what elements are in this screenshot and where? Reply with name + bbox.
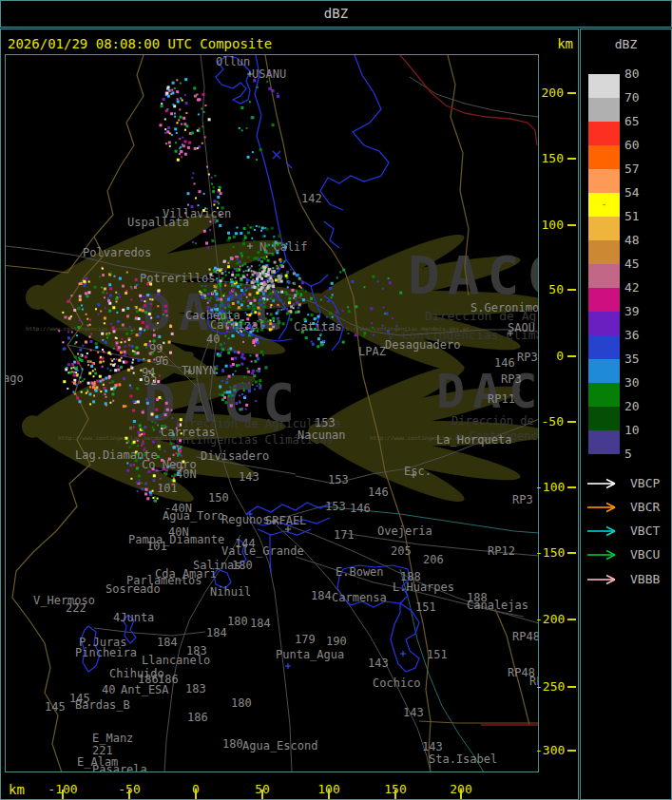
radar-echo [237, 301, 240, 304]
radar-echo [297, 292, 299, 295]
map-place-label: Uspallata [127, 216, 189, 229]
radar-echo [112, 326, 115, 329]
radar-echo [175, 142, 177, 143]
bottom-axis-tick-label: 0 [175, 782, 217, 796]
radar-echo [104, 288, 106, 291]
radar-echo [270, 277, 272, 279]
radar-echo [151, 298, 153, 300]
radar-echo [193, 86, 196, 89]
radar-echo [103, 360, 105, 362]
radar-echo [258, 302, 259, 304]
radar-echo [177, 446, 179, 448]
radar-echo [107, 297, 109, 299]
radar-echo [290, 269, 292, 271]
radar-echo [114, 369, 117, 371]
radar-echo [141, 428, 143, 429]
radar-echo [80, 376, 82, 378]
radar-echo [278, 235, 281, 238]
radar-echo [125, 290, 127, 292]
radar-echo [258, 313, 260, 315]
radar-echo [288, 301, 291, 304]
radar-echo [185, 112, 187, 114]
radar-echo [298, 274, 299, 276]
radar-echo [231, 284, 234, 287]
radar-echo [131, 362, 133, 364]
radar-echo [278, 280, 280, 283]
radar-echo [222, 295, 224, 296]
radar-echo [247, 305, 249, 307]
right-axis-tick [567, 552, 576, 554]
radar-echo [90, 350, 92, 352]
radar-echo [87, 364, 89, 366]
radar-echo [329, 312, 332, 314]
radar-echo [254, 360, 257, 363]
radar-echo [85, 341, 87, 344]
radar-echo [246, 282, 248, 284]
radar-echo [105, 307, 106, 309]
radar-echo [271, 289, 273, 291]
bottom-axis-tick [62, 790, 64, 799]
radar-echo [146, 402, 149, 405]
radar-echo [171, 89, 173, 91]
radar-echo [165, 109, 168, 112]
map-place-label: 40 [102, 683, 115, 696]
radar-echo [245, 409, 247, 410]
radar-echo [259, 148, 262, 151]
radar-echo [203, 193, 205, 195]
radar-echo [91, 382, 94, 385]
radar-echo [182, 100, 183, 102]
radar-echo [261, 286, 263, 288]
map-place-label: 222 [66, 601, 86, 615]
radar-echo [85, 277, 87, 280]
radar-echo [105, 390, 107, 392]
radar-echo [203, 111, 205, 113]
right-axis-tick [567, 619, 576, 620]
radar-echo [240, 277, 241, 279]
legend-scale-label: 39 [624, 305, 662, 318]
radar-echo [228, 395, 230, 397]
radar-echo [86, 392, 87, 394]
radar-echo [157, 425, 159, 427]
map-place-label: Ollun [216, 55, 250, 68]
map-place-label: 145 [45, 700, 66, 714]
radar-echo [224, 285, 226, 287]
right-axis-tick-label: -50 [535, 414, 564, 429]
radar-echo [149, 491, 152, 494]
radar-echo [342, 310, 344, 312]
radar-echo [237, 258, 239, 260]
radar-echo [258, 259, 259, 261]
radar-echo [92, 400, 95, 403]
radar-echo [152, 441, 155, 444]
radar-echo [129, 385, 131, 387]
radar-echo [280, 306, 282, 308]
right-axis-tick-label: -100 [535, 480, 564, 494]
radar-echo [137, 445, 139, 447]
radar-echo [211, 239, 214, 242]
radar-echo [225, 381, 228, 384]
radar-echo [165, 143, 167, 144]
radar-echo [121, 357, 123, 359]
radar-echo [72, 391, 74, 393]
radar-echo [207, 293, 210, 295]
radar-echo [224, 282, 226, 284]
radar-echo [241, 382, 243, 384]
radar-echo [255, 381, 258, 384]
radar-echo [108, 302, 111, 305]
radar-echo [133, 441, 136, 444]
radar-echo [232, 289, 235, 292]
radar-echo [240, 106, 243, 109]
radar-echo [151, 421, 153, 423]
radar-echo [89, 386, 91, 388]
radar-echo [192, 241, 194, 243]
radar-echo [216, 277, 218, 279]
radar-echo [77, 361, 80, 364]
radar-echo [132, 410, 135, 412]
radar-echo [262, 306, 264, 308]
radar-echo [269, 328, 272, 331]
map-place-label: TUNYN [182, 364, 216, 377]
radar-echo [109, 287, 112, 290]
bottom-axis-tick-label: 150 [374, 782, 416, 796]
radar-echo [109, 402, 111, 404]
radar-echo [136, 482, 138, 484]
radar-echo [276, 266, 278, 268]
